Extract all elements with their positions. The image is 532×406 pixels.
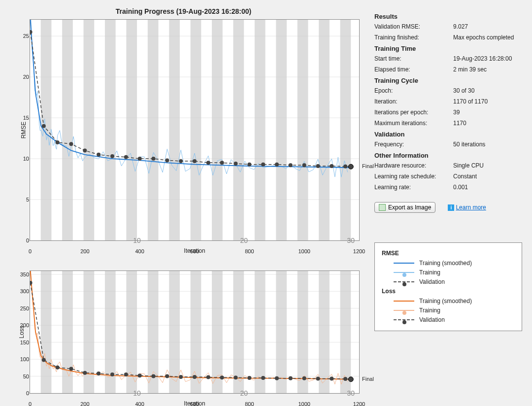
elapsed-value: 2 min 39 sec xyxy=(453,66,522,73)
legend-item: Training (smoothed) xyxy=(394,298,515,304)
lr-value: 0.001 xyxy=(453,184,522,191)
ipe-label: Iterations per epoch: xyxy=(374,109,453,116)
start-label: Start time: xyxy=(374,55,453,62)
learn-label: Learn more xyxy=(456,204,486,211)
svg-point-93 xyxy=(343,377,347,381)
legend-loss-heading: Loss xyxy=(382,288,515,295)
svg-point-71 xyxy=(42,358,46,362)
svg-rect-48 xyxy=(62,271,73,393)
svg-point-42 xyxy=(316,164,320,168)
y-tick: 350 xyxy=(20,271,29,277)
x-tick: 200 xyxy=(80,401,89,406)
legend: RMSE Training (smoothed) Training Valida… xyxy=(374,242,522,331)
epoch-marker-label: 30 xyxy=(347,389,355,397)
val-rmse-label: Validation RMSE: xyxy=(374,23,453,30)
export-button[interactable]: Export as Image xyxy=(374,202,435,213)
maxiter-label: Maximum iterations: xyxy=(374,120,453,127)
legend-label: Training (smoothed) xyxy=(419,260,472,267)
start-value: 19-Aug-2023 16:28:00 xyxy=(453,55,522,62)
svg-rect-11 xyxy=(276,20,287,240)
svg-point-36 xyxy=(234,162,238,166)
svg-point-75 xyxy=(97,372,100,375)
x-tick: 400 xyxy=(135,248,144,254)
svg-point-70 xyxy=(30,281,33,285)
x-tick: 1000 xyxy=(298,401,310,406)
svg-rect-9 xyxy=(233,20,244,240)
learn-more-link[interactable]: iLearn more xyxy=(448,204,486,211)
svg-point-85 xyxy=(234,375,238,379)
validation-heading: Validation xyxy=(374,131,522,138)
y-tick: 20 xyxy=(23,74,29,80)
legend-label: Training (smoothed) xyxy=(419,298,472,304)
svg-point-41 xyxy=(302,163,306,167)
y-tick: 150 xyxy=(20,339,29,345)
results-section: Results Validation RMSE: 9.027 Training … xyxy=(374,10,522,195)
svg-rect-10 xyxy=(255,20,266,240)
svg-point-79 xyxy=(152,374,156,378)
x-tick: 400 xyxy=(135,401,144,406)
legend-item: Validation xyxy=(394,278,515,285)
svg-point-40 xyxy=(289,163,293,167)
svg-rect-47 xyxy=(41,271,52,393)
svg-rect-0 xyxy=(41,20,52,240)
svg-point-87 xyxy=(261,376,265,380)
svg-rect-6 xyxy=(169,20,180,240)
x-tick: 1200 xyxy=(353,248,365,254)
other-heading: Other Information xyxy=(374,152,522,159)
final-label: Final xyxy=(362,163,374,169)
svg-point-27 xyxy=(110,154,114,158)
legend-item: Training (smoothed) xyxy=(394,260,515,267)
lr-label: Learning rate: xyxy=(374,184,453,191)
y-tick: 15 xyxy=(23,115,29,121)
svg-point-83 xyxy=(206,375,210,379)
svg-point-73 xyxy=(69,367,73,371)
epoch-marker-label: 20 xyxy=(240,389,248,397)
svg-point-81 xyxy=(179,375,183,379)
sched-value: Constant xyxy=(453,173,522,180)
freq-value: 50 iterations xyxy=(453,141,522,148)
legend-label: Validation xyxy=(419,278,445,285)
svg-point-22 xyxy=(42,124,46,128)
line-swatch-icon xyxy=(394,263,414,264)
svg-point-32 xyxy=(179,159,183,163)
svg-point-44 xyxy=(343,165,347,169)
line-swatch-icon xyxy=(394,301,414,302)
svg-rect-61 xyxy=(340,271,351,393)
svg-rect-58 xyxy=(276,271,287,393)
y-tick: 5 xyxy=(26,197,29,203)
y-tick: 250 xyxy=(20,305,29,311)
iter-value: 1170 of 1170 xyxy=(453,98,522,105)
hw-label: Hardware resource: xyxy=(374,162,453,169)
loss-chart: Loss Iteration 0501001502002503003500200… xyxy=(30,271,360,394)
svg-rect-7 xyxy=(191,20,201,240)
svg-point-90 xyxy=(302,376,306,380)
svg-point-31 xyxy=(165,158,169,162)
svg-point-80 xyxy=(165,374,169,378)
svg-point-77 xyxy=(124,372,128,376)
svg-rect-8 xyxy=(212,20,223,240)
svg-point-72 xyxy=(56,366,60,370)
svg-rect-14 xyxy=(340,20,351,240)
svg-rect-49 xyxy=(84,271,95,393)
epoch-marker-label: 20 xyxy=(240,237,248,244)
legend-label: Validation xyxy=(419,316,445,323)
svg-rect-5 xyxy=(148,20,159,240)
svg-rect-12 xyxy=(298,20,308,240)
svg-rect-4 xyxy=(126,20,137,240)
svg-point-30 xyxy=(152,157,156,161)
legend-item: Training xyxy=(394,307,515,314)
y-tick: 300 xyxy=(20,288,29,294)
y-tick: 25 xyxy=(23,33,29,39)
freq-label: Frequency: xyxy=(374,141,453,148)
svg-point-84 xyxy=(220,375,224,379)
svg-point-78 xyxy=(138,373,142,377)
line-dot-swatch-icon xyxy=(394,310,414,311)
legend-item: Training xyxy=(394,269,515,276)
svg-point-86 xyxy=(247,376,251,380)
iter-label: Iteration: xyxy=(374,98,453,105)
y-tick: 0 xyxy=(26,237,29,243)
cycle-heading: Training Cycle xyxy=(374,77,522,84)
svg-rect-3 xyxy=(105,20,116,240)
epoch-value: 30 of 30 xyxy=(453,87,522,94)
svg-point-91 xyxy=(316,376,320,380)
